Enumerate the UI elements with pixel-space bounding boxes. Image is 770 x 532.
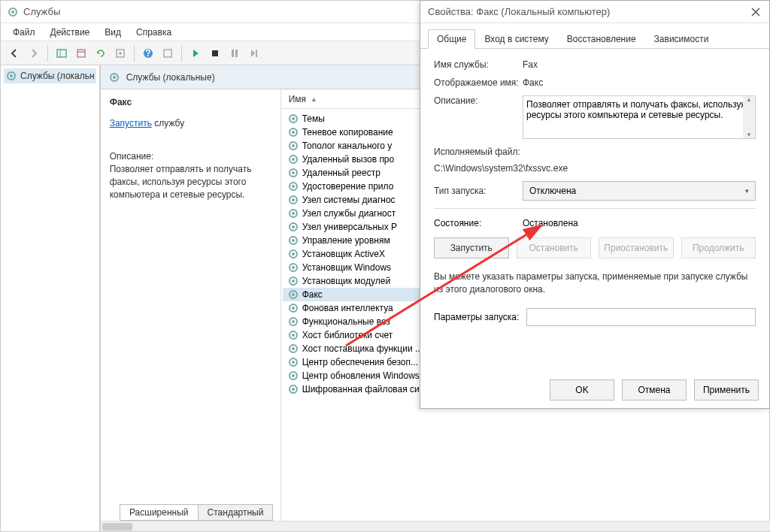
service-name: Центр обновления Windows — [302, 370, 420, 381]
restart-service-button[interactable] — [245, 44, 263, 62]
gear-icon — [287, 234, 299, 246]
start-service-button[interactable] — [186, 44, 205, 62]
service-name: Факс — [302, 289, 323, 300]
gear-icon — [287, 248, 299, 260]
start-service-link[interactable]: Запустить — [110, 118, 152, 128]
svg-point-27 — [292, 171, 295, 174]
service-name: Тополог канального у — [302, 141, 393, 151]
start-button[interactable]: Запустить — [434, 237, 509, 258]
scrollbar-thumb[interactable] — [102, 523, 132, 530]
startup-note: Вы можете указать параметры запуска, при… — [434, 271, 756, 296]
forward-button[interactable] — [25, 44, 43, 62]
svg-point-15 — [10, 74, 13, 77]
chevron-down-icon[interactable]: ▼ — [746, 131, 752, 138]
display-name-label: Отображаемое имя: — [434, 77, 523, 88]
tab-dependencies[interactable]: Зависимости — [645, 29, 718, 48]
tab-standard[interactable]: Стандартный — [198, 504, 274, 521]
start-link-row: Запустить службу — [110, 118, 271, 128]
scrollbar[interactable]: ▲▼ — [743, 96, 755, 138]
tab-extended[interactable]: Расширенный — [120, 504, 199, 521]
column-name[interactable]: Имя▲ — [289, 94, 317, 104]
gear-icon — [287, 370, 299, 382]
stop-service-button[interactable] — [206, 44, 224, 62]
svg-point-53 — [292, 347, 295, 350]
display-name-value: Факс — [523, 77, 756, 88]
dialog-title: Свойства: Факс (Локальный компьютер) — [420, 1, 769, 23]
svg-point-47 — [292, 307, 295, 310]
description-label: Описание: — [110, 151, 271, 162]
svg-rect-9 — [164, 50, 171, 57]
svg-rect-11 — [232, 50, 234, 57]
service-name: Шифрованная файловая си... — [302, 384, 427, 394]
description-text: Позволяет отправлять и получать факсы, и… — [110, 163, 271, 201]
help-button[interactable]: ? — [139, 44, 157, 62]
tab-general[interactable]: Общие — [428, 29, 475, 49]
close-button[interactable] — [747, 4, 765, 20]
state-value: Остановлена — [523, 218, 578, 228]
exe-path: C:\Windows\system32\fxssvc.exe — [434, 163, 568, 174]
svg-point-49 — [292, 320, 295, 323]
action-button[interactable] — [159, 44, 177, 62]
svg-point-33 — [292, 212, 295, 215]
service-name: Узел универсальных P — [302, 222, 397, 232]
gear-icon — [5, 70, 17, 82]
export-button[interactable] — [111, 44, 129, 62]
menu-file[interactable]: Файл — [5, 26, 43, 39]
svg-point-25 — [292, 158, 295, 161]
back-button[interactable] — [5, 44, 23, 62]
chevron-up-icon[interactable]: ▲ — [746, 96, 752, 103]
tree-root[interactable]: Службы (локальн — [4, 68, 96, 83]
resume-button: Продолжить — [681, 237, 756, 258]
detail-pane: Факс Запустить службу Описание: Позволяе… — [101, 89, 281, 531]
svg-point-57 — [292, 374, 295, 377]
tree-root-label: Службы (локальн — [20, 71, 95, 81]
gear-icon — [287, 113, 299, 125]
svg-point-1 — [11, 11, 14, 14]
svg-point-17 — [113, 76, 116, 79]
apply-button[interactable]: Применить — [694, 379, 759, 401]
svg-point-51 — [292, 334, 295, 337]
toolbar-separator — [134, 45, 135, 62]
service-name: Темы — [302, 113, 325, 124]
gear-icon — [7, 6, 19, 18]
gear-icon — [287, 343, 299, 355]
properties-dialog: Свойства: Факс (Локальный компьютер) Общ… — [420, 0, 770, 409]
service-name: Управление уровням — [302, 235, 390, 246]
pause-service-button[interactable] — [226, 44, 244, 62]
tab-logon[interactable]: Вход в систему — [475, 29, 557, 48]
tab-recovery[interactable]: Восстановление — [558, 29, 645, 48]
startup-type-select[interactable]: Отключена ▾ — [523, 181, 756, 201]
toolbar-separator — [181, 45, 182, 62]
service-name: Установщик ActiveX — [302, 249, 385, 259]
gear-icon — [287, 167, 299, 179]
service-name: Узел службы диагност — [302, 208, 396, 219]
svg-point-41 — [292, 266, 295, 269]
param-label: Параметры запуска: — [434, 312, 519, 322]
service-name: Удаленный вызов про — [302, 154, 395, 165]
gear-icon — [287, 261, 299, 274]
exe-label: Исполняемый файл: — [434, 147, 520, 157]
gear-icon — [287, 329, 299, 341]
gear-icon — [108, 71, 120, 83]
gear-icon — [287, 289, 299, 301]
service-name-label: Имя службы: — [434, 59, 523, 70]
gear-icon — [287, 302, 299, 314]
service-name: Фоновая интеллектуа — [302, 303, 393, 313]
startup-type-value: Отключена — [529, 186, 576, 196]
show-hide-button[interactable] — [53, 44, 71, 62]
horizontal-scrollbar[interactable] — [101, 521, 770, 531]
menu-help[interactable]: Справка — [129, 26, 179, 39]
svg-rect-13 — [256, 50, 257, 57]
cancel-button[interactable]: Отмена — [622, 379, 687, 401]
startup-params-input[interactable] — [526, 308, 756, 326]
svg-point-29 — [292, 185, 295, 188]
toolbar-separator — [47, 45, 48, 62]
refresh-button[interactable] — [92, 44, 110, 62]
service-name-value: Fax — [523, 59, 756, 70]
menu-view[interactable]: Вид — [97, 26, 129, 39]
properties-button[interactable] — [72, 44, 90, 62]
ok-button[interactable]: OK — [550, 379, 614, 401]
service-name: Теневое копирование — [302, 127, 393, 138]
service-name: Установщик модулей — [302, 276, 390, 286]
menu-action[interactable]: Действие — [43, 26, 98, 39]
